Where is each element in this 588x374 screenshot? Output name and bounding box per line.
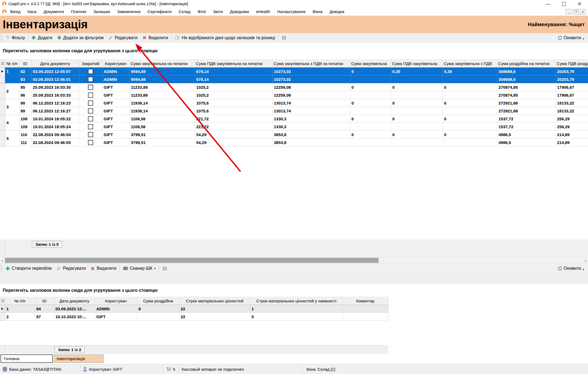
- toolbar-grip[interactable]: [1, 265, 2, 271]
- recount-table[interactable]: № п/пIDДата документуКористувачСума розд…: [0, 297, 388, 321]
- closed-checkbox[interactable]: [88, 124, 93, 129]
- table-row[interactable]: ▶18203.09.2023 12:05:57ADMIN9594,88678,1…: [0, 68, 588, 75]
- chevron-down-icon[interactable]: ▾: [583, 268, 584, 271]
- table-row[interactable]: 28710.10.2023 10:...GIFT220: [0, 313, 388, 321]
- menu-item-13[interactable]: Налаштування: [274, 9, 309, 14]
- closed-checkbox[interactable]: [88, 116, 93, 121]
- table-row[interactable]: 8625.09.2023 16:03:33GIFT11233,881025,21…: [0, 91, 588, 99]
- table-row[interactable]: 8906.12.2023 12:16:27GIFT11938,141075,61…: [0, 107, 588, 115]
- chevron-down-icon[interactable]: ▾: [154, 267, 156, 270]
- menu-item-8[interactable]: Склад: [175, 9, 194, 14]
- refresh-detail-label: Оновити: [564, 266, 581, 271]
- mdi-minimize-button[interactable]: _: [566, 9, 572, 14]
- title-bar: Скарб pro v. 4.0.2.77 [ІД: 969] - [Апт №…: [0, 0, 588, 8]
- column-header[interactable]: Сума роздрібна на початок: [497, 60, 556, 68]
- table-row[interactable]: ▶18403.09.2023 12:...ADMIN8221: [0, 305, 388, 313]
- table-row[interactable]: 410810.01.2024 18:05:22GIFT1108,58221,72…: [0, 115, 588, 123]
- table-row[interactable]: 8303.09.2023 12:06:01ADMIN9594,88678,141…: [0, 75, 588, 83]
- closed-checkbox[interactable]: [88, 132, 93, 137]
- menu-item-7[interactable]: Сертифікати: [144, 9, 175, 14]
- tab-inventory[interactable]: Інвентаризація: [54, 354, 104, 363]
- table-row[interactable]: 28525.09.2023 16:03:30GIFT11233,881025,2…: [0, 83, 588, 91]
- column-header[interactable]: Дата документу: [31, 60, 79, 68]
- menu-item-11[interactable]: Довідники: [226, 9, 252, 14]
- add-button[interactable]: Додати: [29, 33, 55, 42]
- cell: 221,72: [195, 123, 272, 131]
- edit-detail-button[interactable]: Редагувати: [54, 263, 88, 273]
- menu-item-2[interactable]: Каса: [24, 9, 40, 14]
- column-header[interactable]: Сума ПДВ закупівельна на початок: [195, 60, 272, 68]
- column-header[interactable]: Сума роздрібна: [137, 297, 179, 305]
- closed-checkbox[interactable]: [88, 140, 93, 145]
- menu-item-1[interactable]: Вихід: [7, 9, 24, 14]
- column-header[interactable]: Сума ПДВ закупівельна: [391, 60, 443, 68]
- menu-item-10[interactable]: Звіти: [209, 9, 226, 14]
- scrollbar-thumb[interactable]: [5, 258, 379, 263]
- restore-button[interactable]: [562, 2, 566, 6]
- columns-button[interactable]: [279, 33, 289, 42]
- column-header[interactable]: № п/п: [5, 60, 19, 68]
- delete-button-label: Видалити: [148, 35, 168, 40]
- column-header[interactable]: Строк матеріальних цінностей у наявності: [250, 297, 343, 305]
- menu-item-3[interactable]: Документи: [40, 9, 68, 14]
- column-header[interactable]: Сума закупівельна з ПДВ на початок: [272, 60, 350, 68]
- cell: 272921,68: [497, 99, 556, 107]
- closed-checkbox[interactable]: [88, 85, 93, 90]
- menu-item-4[interactable]: Платежі: [68, 9, 90, 14]
- column-header[interactable]: Сума закупівельна з ПДВ: [443, 60, 497, 68]
- scroll-left-arrow-icon[interactable]: ‹: [0, 257, 5, 263]
- column-header[interactable]: № п/п: [5, 297, 35, 305]
- table-row[interactable]: 10910.01.2024 18:05:24GIFT1108,58221,721…: [0, 123, 588, 131]
- table-row[interactable]: 11122.08.2024 09:46:05GIFT3799,5154,2938…: [0, 139, 588, 146]
- edit-button[interactable]: Редагувати: [106, 33, 140, 42]
- refresh-button[interactable]: Оновити ▾: [557, 35, 588, 41]
- inventory-table[interactable]: № п/пIDДата документуЗакритийКористувачС…: [0, 59, 588, 146]
- table-properties-button[interactable]: [0, 60, 5, 68]
- close-button[interactable]: ✕: [578, 2, 581, 6]
- closed-checkbox[interactable]: [88, 108, 93, 114]
- filter-button[interactable]: Фільтр: [3, 33, 27, 42]
- menu-item-14[interactable]: Вікна: [309, 9, 326, 14]
- column-header[interactable]: Закритий: [79, 60, 102, 68]
- create-recount-button[interactable]: Створити переоблік: [3, 263, 54, 273]
- menu-item-15[interactable]: Довідка: [326, 9, 348, 14]
- cell: 1330,3: [272, 123, 350, 131]
- column-header[interactable]: Строк матеріальних цінностей: [179, 297, 250, 305]
- columns-button-detail[interactable]: [160, 263, 169, 273]
- toolbar-grip[interactable]: [1, 35, 2, 41]
- chevron-down-icon[interactable]: ▾: [583, 37, 584, 41]
- column-header[interactable]: Користувач: [95, 297, 137, 305]
- column-header[interactable]: Сума закупівельна: [350, 60, 391, 68]
- refresh-detail-button[interactable]: Оновити ▾: [557, 266, 588, 271]
- horizontal-scrollbar[interactable]: ‹ ›: [0, 257, 588, 263]
- toggle-balances-button[interactable]: Не відображати дані щодо залишків та різ…: [172, 33, 278, 42]
- mdi-close-button[interactable]: x: [580, 9, 586, 14]
- menu-item-5[interactable]: Залишки: [90, 9, 114, 14]
- table-row[interactable]: 38806.12.2023 12:16:23GIFT11938,141075,6…: [0, 99, 588, 107]
- column-header[interactable]: Коментар: [343, 297, 388, 305]
- delete-detail-button[interactable]: Видалити: [88, 263, 119, 273]
- column-header[interactable]: Сума ПДВ роздр: [556, 60, 588, 68]
- column-header[interactable]: ID: [19, 60, 31, 68]
- column-header[interactable]: Сума закупівельна на початок: [129, 60, 195, 68]
- column-header[interactable]: Дата документу: [54, 297, 95, 305]
- column-header[interactable]: Користувач: [102, 60, 129, 68]
- closed-checkbox[interactable]: [88, 69, 93, 74]
- closed-checkbox[interactable]: [88, 93, 93, 98]
- menu-item-6[interactable]: Замовлення: [114, 9, 144, 14]
- table-row[interactable]: 511022.08.2024 09:46:04GIFT3799,5154,293…: [0, 131, 588, 139]
- closed-checkbox[interactable]: [88, 100, 93, 106]
- column-header[interactable]: ID: [35, 297, 54, 305]
- mdi-restore-button[interactable]: ❐: [573, 9, 579, 14]
- barcode-scanner-button[interactable]: Сканер ШК ▾: [121, 263, 158, 273]
- menu-item-12[interactable]: eHealth: [252, 9, 274, 14]
- scroll-right-arrow-icon[interactable]: ›: [583, 257, 588, 263]
- minimize-button[interactable]: —: [546, 2, 550, 6]
- cell: GIFT: [95, 313, 137, 321]
- delete-button[interactable]: Видалити: [140, 33, 170, 42]
- tab-home[interactable]: Головна: [1, 354, 53, 363]
- menu-item-9[interactable]: Філії: [194, 9, 209, 14]
- add-by-filter-button[interactable]: Додати за фільтром: [55, 33, 106, 42]
- table-properties-button[interactable]: [0, 297, 5, 305]
- closed-checkbox[interactable]: [88, 77, 93, 82]
